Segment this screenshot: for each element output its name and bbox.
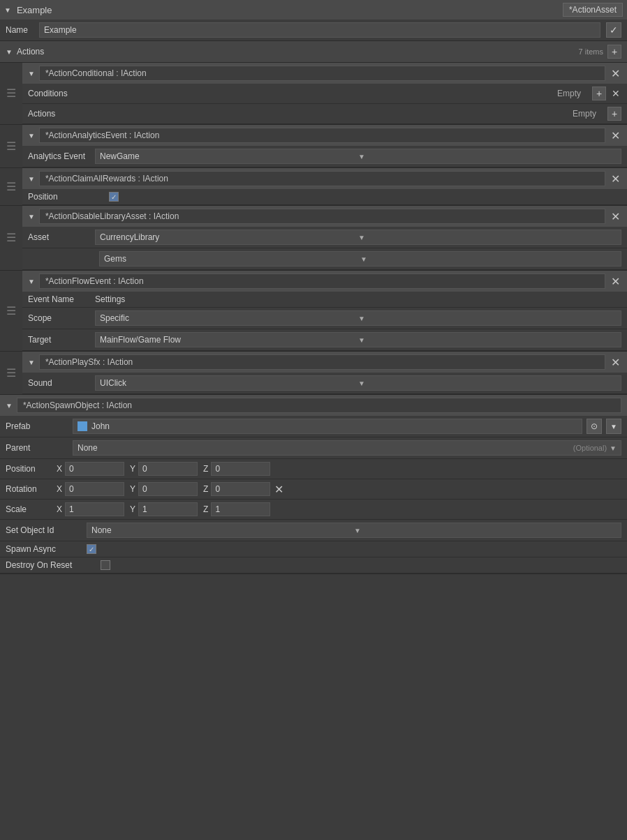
rot-x-label: X: [57, 484, 62, 494]
drag-lines-icon: ☰: [6, 368, 16, 379]
analytics-triangle[interactable]: ▼: [28, 132, 35, 140]
analytics-event-dropdown[interactable]: NewGame ▼: [95, 149, 621, 164]
gems-value: Gems: [104, 254, 360, 264]
action-item-claimall: ☰ ▼ *ActionClaimAllRewards : IAction ✕ P…: [0, 168, 627, 206]
optional-label: (Optional): [573, 444, 607, 452]
drag-handle-claimall[interactable]: ☰: [0, 168, 22, 205]
action-spawn-content: ▼ *ActionSpawnObject : IAction Prefab Jo…: [0, 395, 627, 573]
clear-conditions-button[interactable]: ✕: [610, 88, 621, 99]
scale-row: Scale X Y Z: [0, 500, 627, 520]
pos-y-input[interactable]: [138, 462, 198, 476]
disable-library-triangle[interactable]: ▼: [28, 213, 35, 220]
scope-value: Specific: [100, 313, 358, 323]
actions-triangle[interactable]: ▼: [6, 48, 13, 56]
action-item-conditional: ☰ ▼ *ActionConditional : IAction ✕ Condi…: [0, 63, 627, 125]
parent-value: None: [78, 443, 98, 453]
sound-label: Sound: [28, 378, 91, 388]
action-flow-event-title-row: ▼ *ActionFlowEvent : IAction ✕: [22, 271, 627, 292]
action-analytics-title-row: ▼ *ActionAnalyticsEvent : IAction ✕: [22, 125, 627, 146]
set-object-id-value: None: [91, 525, 354, 535]
spawn-async-label: Spawn Async: [6, 544, 82, 554]
action-claimall-name: *ActionClaimAllRewards : IAction: [39, 171, 605, 186]
conditions-label: Conditions: [28, 89, 84, 98]
pos-z-label: Z: [203, 464, 208, 474]
sound-row: Sound UIClick ▼: [22, 373, 627, 394]
pos-x-input[interactable]: [65, 462, 124, 476]
drag-handle-play-sfx[interactable]: ☰: [0, 352, 22, 394]
actions-title: Actions: [17, 47, 44, 57]
prefab-dropdown-button[interactable]: ▼: [606, 419, 621, 434]
parent-row: Parent None (Optional) ▼: [0, 437, 627, 459]
close-disable-library-button[interactable]: ✕: [610, 210, 621, 223]
main-panel: ▼ Example *ActionAsset Name ✓ ▼ Actions …: [0, 0, 627, 574]
drag-handle-conditional[interactable]: ☰: [0, 63, 22, 124]
scale-z-input[interactable]: [211, 502, 270, 516]
drag-handle-analytics[interactable]: ☰: [0, 125, 22, 167]
rot-x-input[interactable]: [65, 482, 124, 496]
action-item-flow-event: ☰ ▼ *ActionFlowEvent : IAction ✕ Event N…: [0, 271, 627, 352]
rot-z-input[interactable]: [211, 482, 270, 496]
conditions-row: Conditions Empty + ✕: [22, 84, 627, 104]
scope-row: Scope Specific ▼: [22, 308, 627, 329]
action-analytics-content: ▼ *ActionAnalyticsEvent : IAction ✕ Anal…: [22, 125, 627, 167]
destroy-on-reset-checkbox[interactable]: [101, 560, 110, 570]
spawn-async-checkbox[interactable]: ✓: [87, 544, 96, 554]
sound-dropdown[interactable]: UIClick ▼: [95, 375, 621, 391]
scale-x-input[interactable]: [65, 502, 124, 516]
play-sfx-triangle[interactable]: ▼: [28, 359, 35, 366]
conditions-empty-badge: Empty: [557, 89, 581, 98]
prefab-label: Prefab: [6, 421, 68, 431]
asset-dropdown[interactable]: CurrencyLibrary ▼: [95, 230, 621, 245]
random-seed-checkbox[interactable]: ✓: [109, 192, 119, 202]
target-dropdown[interactable]: MainFlow/Game Flow ▼: [95, 332, 621, 347]
close-spawn-button[interactable]: ✕: [273, 483, 285, 496]
sound-dropdown-arrow: ▼: [358, 380, 617, 387]
action-analytics-name: *ActionAnalyticsEvent : IAction: [39, 128, 605, 143]
prefab-cube-icon: [78, 421, 87, 431]
drag-lines-icon: ☰: [6, 181, 16, 193]
set-object-id-label: Set Object Id: [6, 525, 82, 535]
action-conditional-title-row: ▼ *ActionConditional : IAction ✕: [22, 63, 627, 84]
spawn-triangle[interactable]: ▼: [6, 402, 13, 410]
scope-label: Scope: [28, 313, 91, 323]
scope-dropdown-arrow: ▼: [358, 315, 617, 322]
target-label: Target: [28, 335, 91, 345]
close-play-sfx-button[interactable]: ✕: [610, 356, 621, 369]
drag-lines-icon: ☰: [6, 232, 16, 243]
analytics-event-label: Analytics Event: [28, 151, 91, 161]
action-item-spawn: ▼ *ActionSpawnObject : IAction Prefab Jo…: [0, 395, 627, 574]
add-condition-button[interactable]: +: [592, 87, 606, 100]
asset-label: Asset: [28, 232, 91, 242]
conditional-triangle[interactable]: ▼: [28, 70, 35, 77]
prefab-select-button[interactable]: ⊙: [587, 419, 602, 434]
pos-z-input[interactable]: [211, 462, 270, 476]
set-object-id-dropdown[interactable]: None ▼: [87, 523, 621, 538]
add-action-button[interactable]: +: [607, 45, 621, 59]
event-name-row: Event Name Settings: [22, 292, 627, 308]
scale-y-input[interactable]: [138, 502, 198, 516]
claimall-triangle[interactable]: ▼: [28, 175, 35, 183]
scope-dropdown[interactable]: Specific ▼: [95, 310, 621, 326]
set-object-id-arrow: ▼: [354, 527, 617, 534]
close-conditional-button[interactable]: ✕: [610, 67, 621, 80]
parent-label: Parent: [6, 443, 68, 453]
drag-handle-flow-event[interactable]: ☰: [0, 271, 22, 351]
action-claimall-title-row: ▼ *ActionClaimAllRewards : IAction ✕: [22, 168, 627, 189]
drag-handle-disable-library[interactable]: ☰: [0, 206, 22, 270]
close-claimall-button[interactable]: ✕: [610, 172, 621, 186]
name-input[interactable]: [39, 22, 600, 38]
confirm-button[interactable]: ✓: [606, 22, 621, 38]
asset-tab[interactable]: *ActionAsset: [563, 3, 623, 17]
gems-dropdown[interactable]: Gems ▼: [99, 251, 621, 267]
action-disable-library-title-row: ▼ *ActionDisableLibraryAsset : IAction ✕: [22, 206, 627, 227]
action-spawn-name: *ActionSpawnObject : IAction: [17, 398, 621, 413]
drag-lines-icon: ☰: [6, 88, 16, 99]
close-flow-event-button[interactable]: ✕: [610, 275, 621, 288]
flow-event-triangle[interactable]: ▼: [28, 278, 35, 285]
rot-y-input[interactable]: [138, 482, 198, 496]
close-analytics-button[interactable]: ✕: [610, 129, 621, 142]
name-row: Name ✓: [0, 20, 627, 41]
add-inner-action-button[interactable]: +: [607, 107, 621, 121]
action-spawn-title-row: ▼ *ActionSpawnObject : IAction: [0, 395, 627, 416]
collapse-triangle[interactable]: ▼: [4, 6, 11, 14]
